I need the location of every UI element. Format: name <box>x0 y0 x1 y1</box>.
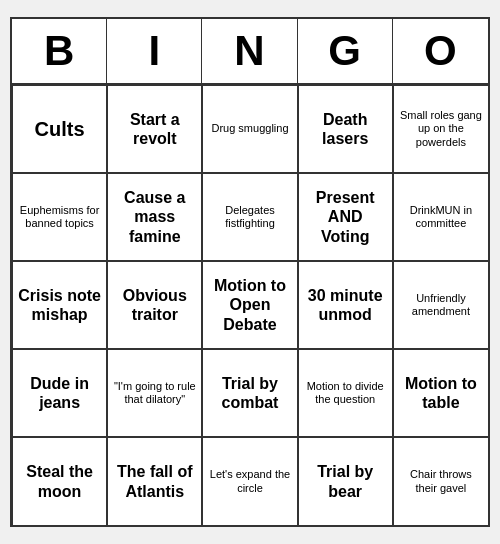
bingo-letter-b: B <box>12 19 107 83</box>
bingo-cell-22[interactable]: Let's expand the circle <box>202 437 297 525</box>
bingo-cell-1[interactable]: Start a revolt <box>107 85 202 173</box>
bingo-cell-4[interactable]: Small roles gang up on the powerdels <box>393 85 488 173</box>
bingo-cell-20[interactable]: Steal the moon <box>12 437 107 525</box>
bingo-grid: CultsStart a revoltDrug smugglingDeath l… <box>12 85 488 525</box>
bingo-letter-g: G <box>298 19 393 83</box>
bingo-cell-5[interactable]: Euphemisms for banned topics <box>12 173 107 261</box>
bingo-cell-10[interactable]: Crisis note mishap <box>12 261 107 349</box>
bingo-letter-i: I <box>107 19 202 83</box>
bingo-cell-24[interactable]: Chair throws their gavel <box>393 437 488 525</box>
bingo-cell-21[interactable]: The fall of Atlantis <box>107 437 202 525</box>
bingo-cell-14[interactable]: Unfriendly amendment <box>393 261 488 349</box>
bingo-header: BINGO <box>12 19 488 85</box>
bingo-cell-6[interactable]: Cause a mass famine <box>107 173 202 261</box>
bingo-cell-19[interactable]: Motion to table <box>393 349 488 437</box>
bingo-cell-15[interactable]: Dude in jeans <box>12 349 107 437</box>
bingo-cell-0[interactable]: Cults <box>12 85 107 173</box>
bingo-cell-7[interactable]: Delegates fistfighting <box>202 173 297 261</box>
bingo-cell-2[interactable]: Drug smuggling <box>202 85 297 173</box>
bingo-cell-16[interactable]: "I'm going to rule that dilatory" <box>107 349 202 437</box>
bingo-letter-n: N <box>202 19 297 83</box>
bingo-cell-13[interactable]: 30 minute unmod <box>298 261 393 349</box>
bingo-cell-23[interactable]: Trial by bear <box>298 437 393 525</box>
bingo-cell-9[interactable]: DrinkMUN in committee <box>393 173 488 261</box>
bingo-cell-12[interactable]: Motion to Open Debate <box>202 261 297 349</box>
bingo-cell-17[interactable]: Trial by combat <box>202 349 297 437</box>
bingo-letter-o: O <box>393 19 488 83</box>
bingo-cell-11[interactable]: Obvious traitor <box>107 261 202 349</box>
bingo-card: BINGO CultsStart a revoltDrug smugglingD… <box>10 17 490 527</box>
bingo-cell-3[interactable]: Death lasers <box>298 85 393 173</box>
bingo-cell-18[interactable]: Motion to divide the question <box>298 349 393 437</box>
bingo-cell-8[interactable]: Present AND Voting <box>298 173 393 261</box>
